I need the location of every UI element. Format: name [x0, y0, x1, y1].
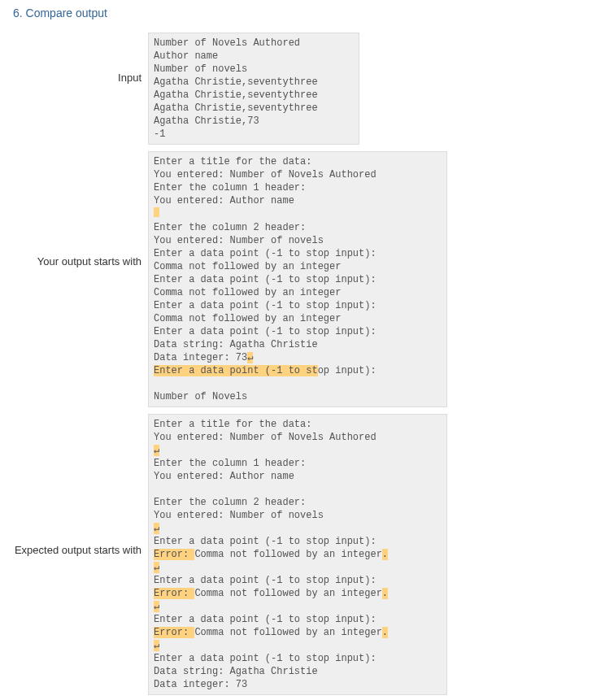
row-input: Input Number of Novels Authored Author n…	[11, 33, 594, 145]
code-line: Enter the column 1 header:	[154, 182, 306, 193]
code-line: Enter a data point (-1 to stop input):	[154, 274, 376, 285]
diff-highlight: ↵	[154, 640, 159, 651]
code-line: Agatha Christie,seventythree	[154, 89, 318, 101]
code-line: Enter a data point (-1 to stop input):	[154, 300, 376, 311]
diff-marker	[154, 207, 159, 217]
code-line: Number of Novels Authored	[154, 37, 300, 49]
expected-output-block: Enter a title for the data: You entered:…	[148, 414, 447, 695]
code-line: You entered: Number of novels	[154, 235, 324, 246]
diff-highlight: Enter a data point (-1 to st	[154, 365, 318, 376]
diff-highlight: ↵	[154, 523, 159, 534]
code-line: Enter the column 2 header:	[154, 222, 306, 233]
code-line: You entered: Author name	[154, 471, 294, 482]
diff-highlight: .	[382, 588, 388, 599]
code-line: Comma not followed by an integer	[154, 287, 341, 298]
code-line: Data integer: 73	[154, 679, 247, 690]
code-line: Agatha Christie,73	[154, 115, 259, 127]
input-block: Number of Novels Authored Author name Nu…	[148, 33, 359, 145]
section-title: 6. Compare output	[13, 7, 594, 20]
diff-highlight: .	[382, 627, 388, 638]
code-line: Comma not followed by an integer	[154, 313, 341, 324]
diff-highlight: Error:	[154, 627, 194, 638]
code-line: Data string: Agatha Christie	[154, 339, 318, 350]
diff-highlight: ↵	[154, 445, 159, 456]
code-line: Enter a data point (-1 to stop input):	[154, 614, 376, 625]
your-output-block: Enter a title for the data: You entered:…	[148, 151, 447, 407]
code-line: Enter a data point (-1 to stop input):	[154, 326, 376, 337]
code-line: Author name	[154, 50, 218, 62]
code-line: Enter a data point (-1 to stop input):	[154, 536, 376, 547]
code-line: Enter a data point (-1 to stop input):	[154, 653, 376, 664]
code-line: Enter the column 1 header:	[154, 458, 306, 469]
code-line: Comma not followed by an integer	[154, 261, 341, 272]
label-your-output: Your output starts with	[11, 151, 148, 267]
row-expected-output: Expected output starts with Enter a titl…	[11, 414, 594, 695]
code-line: You entered: Number of Novels Authored	[154, 432, 376, 443]
code-line: You entered: Number of novels	[154, 510, 324, 521]
diff-highlight: Error:	[154, 588, 194, 599]
code-line: Comma not followed by an integer	[194, 588, 381, 599]
label-input: Input	[11, 33, 148, 84]
diff-highlight: .	[382, 549, 388, 560]
code-line: You entered: Author name	[154, 195, 294, 207]
code-line: Data string: Agatha Christie	[154, 666, 318, 677]
code-line: Enter a data point (-1 to stop input):	[154, 248, 376, 259]
code-line: Enter a data point (-1 to stop input):	[154, 575, 376, 586]
code-line: Agatha Christie,seventythree	[154, 76, 318, 88]
code-line: Number of novels	[154, 63, 247, 75]
code-line: Agatha Christie,seventythree	[154, 102, 318, 114]
diff-highlight: ↵	[247, 352, 253, 363]
compare-output-section: 6. Compare output Input Number of Novels…	[0, 0, 605, 700]
diff-highlight: Error:	[154, 549, 194, 560]
code-line: Data integer: 73	[154, 352, 247, 363]
code-line: Enter a title for the data:	[154, 156, 311, 167]
code-line: Enter a title for the data:	[154, 419, 311, 430]
row-your-output: Your output starts with Enter a title fo…	[11, 151, 594, 407]
code-line: Comma not followed by an integer	[194, 549, 381, 560]
diff-highlight: ↵	[154, 601, 159, 612]
code-line: Enter the column 2 header:	[154, 497, 306, 508]
diff-highlight: ↵	[154, 562, 159, 573]
code-line: Number of Novels	[154, 391, 247, 402]
code-line: -1	[154, 128, 165, 140]
code-line: Comma not followed by an integer	[194, 627, 381, 638]
label-expected: Expected output starts with	[11, 414, 148, 556]
code-line: You entered: Number of Novels Authored	[154, 169, 376, 180]
code-line: op input):	[318, 365, 376, 376]
